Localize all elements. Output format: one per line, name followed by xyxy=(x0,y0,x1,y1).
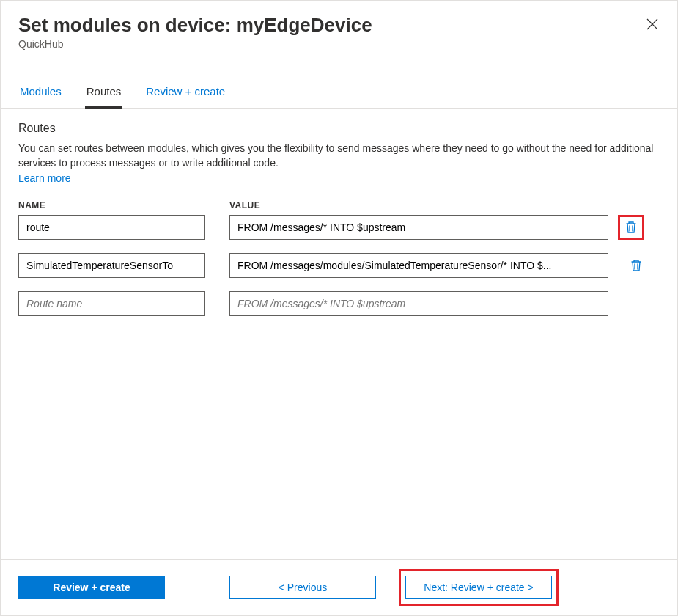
delete-route-button[interactable] xyxy=(618,215,644,240)
tab-review-create[interactable]: Review + create xyxy=(144,78,226,109)
footer-toolbar: Review + create < Previous Next: Review … xyxy=(1,559,677,615)
column-header-name: NAME xyxy=(18,200,229,210)
route-name-input[interactable] xyxy=(18,215,205,240)
section-heading: Routes xyxy=(18,122,660,135)
route-row xyxy=(18,253,660,278)
page-title: Set modules on device: myEdgeDevice xyxy=(18,14,660,37)
review-create-button[interactable]: Review + create xyxy=(18,576,165,599)
learn-more-link[interactable]: Learn more xyxy=(18,172,71,184)
route-value-input[interactable] xyxy=(229,253,608,278)
close-button[interactable] xyxy=(645,17,660,32)
trash-icon xyxy=(625,221,637,234)
route-name-input-new[interactable] xyxy=(18,291,205,316)
page-subtitle: QuickHub xyxy=(18,38,660,50)
column-header-value: VALUE xyxy=(229,200,660,210)
previous-button[interactable]: < Previous xyxy=(229,576,376,599)
next-button[interactable]: Next: Review + create > xyxy=(405,576,552,599)
close-icon xyxy=(646,18,658,30)
section-description: You can set routes between modules, whic… xyxy=(18,141,660,171)
route-row-new xyxy=(18,291,660,316)
route-name-input[interactable] xyxy=(18,253,205,278)
delete-route-button[interactable] xyxy=(623,253,649,278)
tab-bar: Modules Routes Review + create xyxy=(1,78,677,109)
trash-icon xyxy=(630,259,642,272)
tab-routes[interactable]: Routes xyxy=(85,78,123,109)
tab-modules[interactable]: Modules xyxy=(18,78,63,109)
route-value-input-new[interactable] xyxy=(229,291,608,316)
route-value-input[interactable] xyxy=(229,215,608,240)
route-row xyxy=(18,215,660,240)
